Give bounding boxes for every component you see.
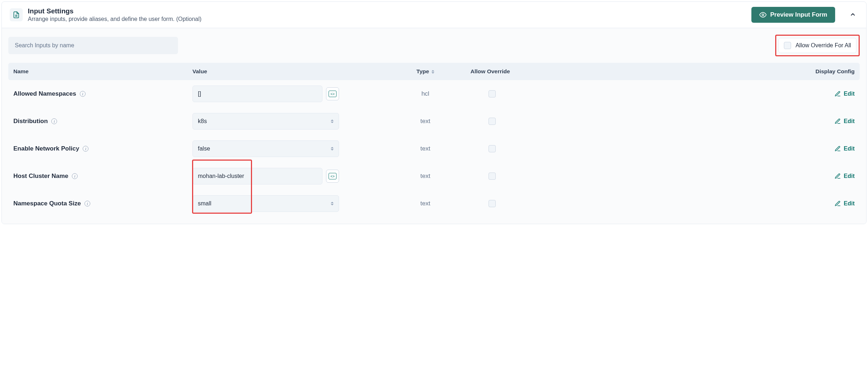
allow-override-checkbox[interactable] (489, 90, 496, 97)
value-input[interactable] (192, 168, 322, 184)
row-type: hcl (421, 90, 429, 97)
row-name: Enable Network Policy (13, 145, 79, 152)
col-header-config: Display Config (514, 68, 856, 75)
chevron-up-icon (850, 11, 856, 18)
info-icon[interactable]: i (80, 91, 86, 97)
edit-button[interactable]: Edit (834, 145, 855, 152)
col-header-name: Name (12, 68, 192, 75)
inputs-table: Name Value Type Allow Override Display C… (8, 63, 860, 217)
panel-title: Input Settings (28, 7, 746, 15)
allow-override-all-highlight: Allow Override For All (775, 35, 860, 56)
col-header-override: Allow Override (470, 68, 514, 75)
pencil-icon (834, 145, 841, 152)
code-toggle-button[interactable]: <> (326, 87, 339, 100)
allow-override-checkbox[interactable] (489, 145, 496, 152)
allow-override-all-checkbox[interactable] (784, 42, 791, 49)
table-row: Distribution i k8s text Edit (8, 108, 860, 135)
row-type: text (420, 173, 430, 179)
select-icon (331, 202, 334, 205)
allow-override-checkbox[interactable] (489, 200, 496, 207)
document-icon (10, 8, 23, 21)
eye-icon (759, 11, 767, 18)
value-input[interactable] (192, 86, 322, 102)
info-icon[interactable]: i (83, 146, 88, 152)
row-name: Distribution (13, 118, 48, 125)
col-header-value: Value (192, 68, 380, 75)
code-toggle-button[interactable]: <> (326, 170, 339, 183)
table-row: Allowed Namespaces i <> hcl (8, 80, 860, 108)
info-icon[interactable]: i (84, 201, 90, 206)
collapse-toggle[interactable] (850, 11, 856, 19)
edit-button[interactable]: Edit (834, 91, 855, 97)
value-dropdown[interactable]: small (192, 195, 339, 212)
allow-override-checkbox[interactable] (489, 118, 496, 125)
table-row: Namespace Quota Size i small text Edit (8, 190, 860, 217)
preview-input-form-button[interactable]: Preview Input Form (751, 7, 835, 23)
row-name: Host Cluster Name (13, 173, 68, 180)
edit-button[interactable]: Edit (834, 173, 855, 179)
edit-button[interactable]: Edit (834, 200, 855, 207)
search-input[interactable] (8, 37, 178, 54)
select-icon (331, 147, 334, 151)
pencil-icon (834, 118, 841, 125)
pencil-icon (834, 91, 841, 97)
pencil-icon (834, 173, 841, 179)
edit-button[interactable]: Edit (834, 118, 855, 125)
allow-override-all-label: Allow Override For All (795, 42, 851, 49)
pencil-icon (834, 200, 841, 207)
allow-override-all-toggle[interactable]: Allow Override For All (778, 38, 856, 53)
row-name: Namespace Quota Size (13, 200, 81, 207)
row-type: text (420, 200, 430, 207)
row-type: text (420, 118, 430, 125)
preview-button-label: Preview Input Form (770, 11, 827, 18)
table-header: Name Value Type Allow Override Display C… (8, 63, 860, 80)
table-row: Host Cluster Name i <> text (8, 162, 860, 190)
value-dropdown[interactable]: false (192, 140, 339, 157)
select-icon (331, 119, 334, 123)
svg-point-2 (762, 14, 764, 16)
table-row: Enable Network Policy i false text Edit (8, 135, 860, 162)
code-icon: <> (329, 91, 337, 97)
input-settings-panel: Input Settings Arrange inputs, provide a… (1, 1, 867, 224)
info-icon[interactable]: i (51, 118, 57, 124)
code-icon: <> (329, 173, 337, 179)
panel-header: Input Settings Arrange inputs, provide a… (2, 2, 866, 28)
col-header-type[interactable]: Type (380, 68, 470, 75)
row-name: Allowed Namespaces (13, 90, 76, 97)
panel-subtitle: Arrange inputs, provide aliases, and def… (28, 16, 746, 22)
sort-icon (431, 70, 434, 74)
panel-body: Allow Override For All Name Value Type A… (2, 28, 866, 224)
row-type: text (420, 145, 430, 152)
allow-override-checkbox[interactable] (489, 173, 496, 180)
info-icon[interactable]: i (72, 173, 78, 179)
value-dropdown[interactable]: k8s (192, 113, 339, 130)
